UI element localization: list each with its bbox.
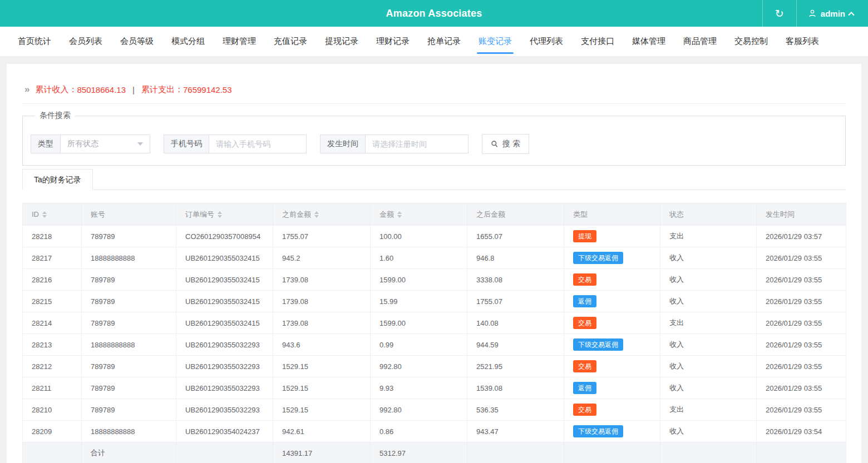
cell-amount: 0.86 [371, 421, 467, 442]
nav-item-label: 模式分组 [171, 36, 205, 47]
cell-amount: 100.00 [371, 226, 467, 247]
total-expense-label: 累计支出： [141, 84, 183, 95]
column-header[interactable]: 之前金额 [273, 203, 371, 226]
nav-item-商品管理[interactable]: 商品管理 [674, 27, 726, 56]
tab-financial-records[interactable]: Ta的财务记录 [22, 169, 93, 190]
sort-icon[interactable] [397, 211, 402, 218]
cell-type: 交易 [564, 356, 660, 377]
cell-order-no: UB2601290355032415 [176, 312, 273, 334]
type-badge: 返佣 [573, 295, 596, 307]
nav-item-首页统计[interactable]: 首页统计 [9, 27, 60, 56]
nav-item-label: 充值记录 [274, 36, 307, 47]
total-income-label: 累计收入： [35, 84, 77, 95]
cell-status: 支出 [660, 399, 757, 421]
cell-account: 789789 [82, 312, 176, 334]
nav-item-理财管理[interactable]: 理财管理 [214, 27, 265, 56]
user-menu[interactable]: admin [797, 0, 868, 27]
cell-status: 收入 [660, 291, 757, 312]
nav-item-label: 客服列表 [786, 36, 819, 47]
cell-amount-after: 3338.08 [467, 269, 564, 291]
nav-item-媒体管理[interactable]: 媒体管理 [623, 27, 674, 56]
cell-order-no: UB2601290355032293 [176, 334, 273, 356]
nav-item-label: 首页统计 [18, 36, 51, 47]
table-row: 28218 789789 CO2601290357008954 1755.07 … [23, 226, 846, 247]
nav-item-抢单记录[interactable]: 抢单记录 [418, 27, 470, 56]
nav-item-提现记录[interactable]: 提现记录 [316, 27, 367, 56]
cell-amount: 1599.00 [371, 269, 467, 291]
column-header[interactable]: ID [23, 203, 82, 226]
cell-id: 28214 [23, 312, 82, 334]
type-badge: 交易 [573, 273, 596, 286]
column-header[interactable]: 金额 [371, 203, 467, 226]
stats-separator: | [132, 85, 135, 94]
cell-amount-after: 1655.07 [467, 226, 564, 247]
cell-order-no: UB2601290355032415 [176, 291, 273, 312]
caret-down-icon [137, 142, 143, 146]
cell-time: 2026/01/29 03:55 [757, 399, 846, 421]
cell-time: 2026/01/29 03:54 [757, 421, 846, 442]
cell-amount-after: 2521.95 [467, 356, 564, 377]
record-tabs: Ta的财务记录 [22, 169, 846, 190]
cell-account: 789789 [82, 356, 176, 377]
nav-item-代理列表[interactable]: 代理列表 [521, 27, 572, 56]
type-filter-group: 类型 所有状态 [31, 135, 150, 153]
cell-time: 2026/01/29 03:55 [757, 312, 846, 334]
nav-item-充值记录[interactable]: 充值记录 [265, 27, 316, 56]
cell-order-no: UB2601290354024237 [176, 421, 273, 442]
nav-item-支付接口[interactable]: 支付接口 [572, 27, 623, 56]
sort-icon[interactable] [218, 211, 222, 218]
nav-item-label: 会员等级 [120, 36, 154, 47]
nav-item-label: 会员列表 [69, 36, 102, 47]
cell-amount: 1.60 [371, 247, 467, 269]
footer-total-label: 合计 [82, 442, 176, 463]
nav: 首页统计 会员列表 会员等级 模式分组 理财管理 充值记录 提现记录 理财记录 … [0, 27, 868, 56]
nav-item-label: 账变记录 [479, 36, 512, 47]
cell-order-no: UB2601290355032415 [176, 247, 273, 269]
nav-item-模式分组[interactable]: 模式分组 [162, 27, 214, 56]
nav-item-label: 支付接口 [581, 36, 614, 47]
nav-item-label: 提现记录 [325, 36, 358, 47]
nav-item-账变记录[interactable]: 账变记录 [470, 27, 521, 56]
cell-id: 28218 [23, 226, 82, 247]
cell-time: 2026/01/29 03:55 [757, 247, 846, 269]
table-body: 28218 789789 CO2601290357008954 1755.07 … [23, 226, 846, 442]
time-input[interactable] [372, 140, 461, 148]
search-icon [491, 140, 499, 148]
column-header[interactable]: 订单编号 [176, 203, 273, 226]
nav-item-理财记录[interactable]: 理财记录 [367, 27, 418, 56]
cell-amount: 9.93 [371, 377, 467, 399]
sort-icon[interactable] [314, 211, 319, 218]
cell-amount-before: 1739.08 [273, 312, 371, 334]
refresh-button[interactable]: ↻ [762, 0, 797, 27]
type-badge: 下级交易返佣 [573, 425, 623, 437]
sort-icon[interactable] [42, 211, 47, 218]
cell-order-no: UB2601290355032293 [176, 399, 273, 421]
type-select[interactable]: 所有状态 [61, 135, 150, 153]
column-header-label: 账号 [91, 210, 105, 220]
cell-status: 收入 [660, 356, 757, 377]
user-icon [808, 9, 817, 18]
nav-item-会员列表[interactable]: 会员列表 [60, 27, 111, 56]
nav-item-label: 商品管理 [683, 36, 717, 47]
nav-item-客服列表[interactable]: 客服列表 [777, 27, 828, 56]
tab-label: Ta的财务记录 [34, 175, 81, 184]
nav-item-label: 理财记录 [376, 36, 410, 47]
cell-account: 789789 [82, 377, 176, 399]
cell-type: 提现 [564, 226, 660, 247]
cell-id: 28212 [23, 356, 82, 377]
cell-amount-before: 1755.07 [273, 226, 371, 247]
cell-amount: 15.99 [371, 291, 467, 312]
cell-id: 28209 [23, 421, 82, 442]
chevron-up-icon [848, 12, 854, 18]
column-header-label: 发生时间 [766, 210, 795, 220]
cell-status: 收入 [660, 377, 757, 399]
table-row: 28212 789789 UB2601290355032293 1529.15 … [23, 356, 846, 377]
column-header: 账号 [82, 203, 176, 226]
search-button[interactable]: 搜 索 [482, 134, 529, 154]
nav-item-交易控制[interactable]: 交易控制 [726, 27, 777, 56]
search-panel-title: 条件搜索 [35, 111, 75, 121]
phone-input[interactable] [216, 140, 299, 148]
cell-status: 支出 [660, 226, 757, 247]
cell-order-no: UB2601290355032415 [176, 269, 273, 291]
nav-item-会员等级[interactable]: 会员等级 [111, 27, 162, 56]
